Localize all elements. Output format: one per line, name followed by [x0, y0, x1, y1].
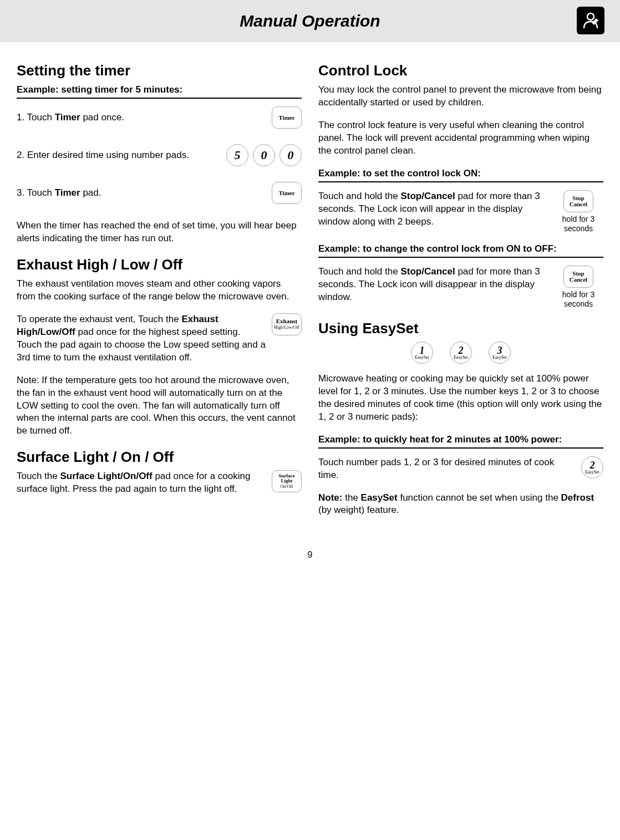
timer-step-1: 1. Touch Timer pad once. Timer — [17, 106, 302, 129]
right-column: Control Lock You may lock the control pa… — [318, 53, 603, 527]
timer-pad: Timer — [272, 106, 302, 129]
easyset-example: Example: to quickly heat for 2 minutes a… — [318, 434, 603, 449]
svg-point-0 — [587, 13, 594, 20]
timer-end-note: When the timer has reached the end of se… — [17, 220, 302, 245]
heading-control-lock: Control Lock — [318, 61, 603, 80]
easyset-pad-1: 1 EasySet — [411, 342, 433, 364]
surface-light-pad: Surface Light On/Off — [272, 470, 302, 492]
left-column: Setting the timer Example: setting timer… — [17, 53, 302, 527]
surface-text: Touch the Surface Light/On/Off pad once … — [17, 470, 302, 496]
digit-pad-5: 5 — [226, 144, 248, 166]
lock-p1: You may lock the control panel to preven… — [318, 84, 603, 109]
lock-off-row: Touch and hold the Stop/Cancel pad for m… — [318, 266, 603, 309]
page-number: 9 — [0, 527, 620, 572]
heading-exhaust: Exhaust High / Low / Off — [17, 255, 302, 274]
exhaust-intro: The exhaust ventilation moves steam and … — [17, 278, 302, 303]
heading-surface: Surface Light / On / Off — [17, 447, 302, 467]
lock-example-off: Example: to change the control lock from… — [318, 243, 603, 258]
digit-pad-0b: 0 — [279, 144, 302, 166]
lock-p2: The control lock feature is very useful … — [318, 119, 603, 157]
easyset-pads: 1 EasySet 2 EasySet 3 EasySet — [318, 342, 603, 364]
hold-label-2: hold for 3 seconds — [553, 290, 603, 309]
heading-easyset: Using EasySet — [318, 319, 603, 338]
easyset-step-pad-2: 2 EasySet — [581, 456, 603, 478]
easyset-step: Touch number pads 1, 2 or 3 for desired … — [318, 456, 603, 482]
easyset-note: Note: the EasySet function cannot be set… — [318, 492, 603, 517]
easyset-p1: Microwave heating or cooking may be quic… — [318, 373, 603, 424]
lock-on-row: Touch and hold the Stop/Cancel pad for m… — [318, 190, 603, 233]
easyset-pad-3: 3 EasySet — [489, 342, 511, 364]
page-title: Manual Operation — [240, 10, 380, 33]
easyset-pad-2: 2 EasySet — [450, 342, 472, 364]
timer-pad-2: Timer — [272, 182, 302, 204]
lock-example-on: Example: to set the control lock ON: — [318, 167, 603, 182]
timer-step-2: 2. Enter desired time using number pads.… — [17, 144, 302, 166]
header-band: Manual Operation — [0, 0, 620, 42]
hold-label-1: hold for 3 seconds — [553, 215, 603, 233]
example-timer: Example: setting timer for 5 minutes: — [17, 84, 302, 99]
timer-step-3: 3. Touch Timer pad. Timer — [17, 182, 302, 204]
stop-cancel-pad-2: Stop Cancel — [563, 266, 593, 288]
header-icon — [577, 7, 604, 34]
exhaust-operate: To operate the exhaust vent, Touch the E… — [17, 313, 302, 364]
exhaust-note: Note: If the temperature gets too hot ar… — [17, 374, 302, 438]
heading-timer: Setting the timer — [17, 61, 302, 80]
stop-cancel-pad: Stop Cancel — [563, 190, 593, 212]
digit-pad-0a: 0 — [253, 144, 275, 166]
exhaust-pad: Exhaust High/Low/Off — [272, 313, 302, 335]
